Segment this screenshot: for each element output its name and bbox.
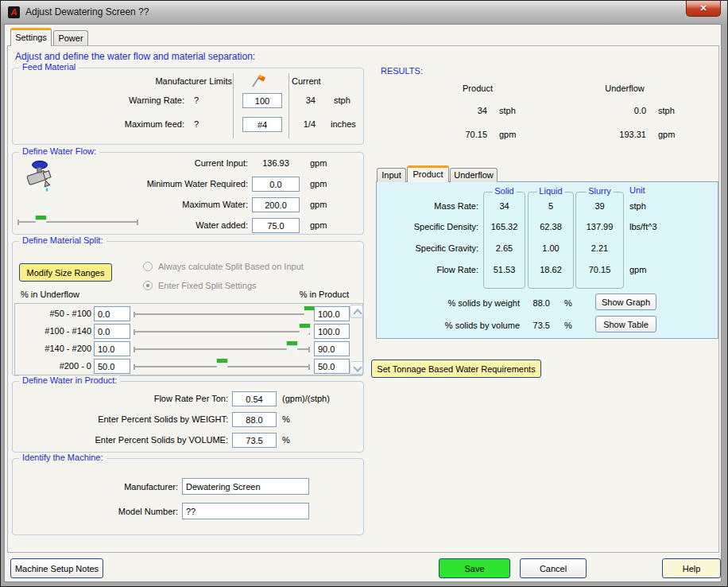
maximum-feed-input[interactable] (242, 117, 282, 132)
product-flow-value: 70.15 (434, 130, 487, 139)
slurry-column-header: Slurry (586, 186, 614, 196)
water-in-product-group: Define Water in Product: Flow Rate Per T… (12, 381, 364, 453)
product-mass-value: 34 (434, 106, 487, 115)
identify-machine-group: Identify the Machine: Manufacturer: Mode… (12, 458, 364, 535)
scroll-up-button[interactable] (350, 305, 363, 318)
min-water-input[interactable] (252, 177, 300, 192)
manufacturer-label: Manufacturer: (99, 482, 178, 492)
solid-column-header: Solid (492, 186, 516, 196)
underflow-pct-input[interactable] (94, 306, 130, 321)
current-feed-value: 1/4 (284, 119, 316, 129)
liquid-density-value: 62.38 (528, 222, 574, 231)
water-added-slider-thumb[interactable] (35, 216, 47, 231)
underflow-pct-input[interactable] (94, 341, 130, 356)
min-water-label: Minimum Water Required: (89, 179, 248, 189)
manufacturer-input[interactable] (182, 478, 309, 495)
solids-weight-input[interactable] (232, 412, 277, 427)
title-bar[interactable]: A Adjust Dewatering Screen ?? ✕ (1, 1, 727, 24)
help-button[interactable]: Help (662, 558, 721, 578)
results-underflow-header: Underflow (585, 84, 664, 93)
product-pct-input[interactable] (314, 341, 350, 356)
water-flow-legend: Define Water Flow: (19, 146, 99, 156)
faucet-icon (22, 159, 56, 192)
warning-flag-icon (250, 73, 267, 87)
window-title: Adjust Dewatering Screen ?? (25, 6, 149, 17)
underflow-mass-value: 0.0 (593, 106, 646, 115)
save-button[interactable]: Save (439, 558, 510, 578)
set-tonnage-water-button[interactable]: Set Tonnage Based Water Requirements (371, 360, 541, 378)
machine-setup-notes-button[interactable]: Machine Setup Notes (10, 558, 103, 578)
current-feed-unit: inches (331, 119, 356, 129)
dialog-window: A Adjust Dewatering Screen ?? ✕ Settings… (0, 0, 728, 587)
size-range-label: #200 - 0 (28, 361, 91, 371)
underflow-mass-unit: stph (658, 106, 675, 115)
identify-machine-legend: Identify the Machine: (19, 453, 106, 462)
underflow-pct-input[interactable] (94, 359, 130, 374)
split-slider-track (134, 313, 310, 315)
warning-rate-input[interactable] (242, 93, 282, 108)
scroll-down-button[interactable] (350, 361, 363, 375)
split-slider-track (134, 331, 310, 332)
stream-detail-panel: Mass Rate: Specific Density: Specific Gr… (376, 181, 718, 339)
tab-power[interactable]: Power (53, 30, 88, 45)
water-in-product-legend: Define Water in Product: (19, 375, 120, 385)
solids-volume-label: Enter Percent Solids by VOLUME: (61, 435, 228, 445)
liquid-mass-value: 5 (528, 201, 574, 211)
current-header: Current (292, 76, 321, 86)
show-table-button[interactable]: Show Table (595, 316, 656, 332)
water-flow-group: Define Water Flow: Current Input: 136.93… (12, 152, 364, 235)
max-water-unit: gpm (310, 200, 327, 209)
product-column-header: % in Product (269, 290, 349, 299)
solids-volume-input[interactable] (232, 433, 277, 448)
product-pct-input[interactable] (314, 324, 350, 339)
max-water-input[interactable] (252, 197, 300, 212)
solid-density-value: 165.32 (483, 222, 525, 231)
unit-column-header: Unit (629, 185, 645, 195)
size-range-label: #100 - #140 (28, 326, 91, 336)
flow-rate-per-ton-input[interactable] (232, 391, 277, 406)
pct-solids-weight-unit: % (564, 298, 572, 308)
liquid-column-header: Liquid (536, 186, 564, 196)
pct-solids-volume-value: 73.5 (524, 321, 550, 330)
radio-fixed-split[interactable] (143, 281, 153, 290)
model-number-input[interactable] (182, 503, 309, 519)
tab-product[interactable]: Product (407, 165, 449, 182)
feed-material-group: Feed Material Manufacturer Limits Curren… (12, 68, 364, 145)
show-graph-button[interactable]: Show Graph (595, 294, 656, 310)
product-pct-input[interactable] (314, 359, 350, 374)
modify-size-ranges-button[interactable]: Modify Size Ranges (19, 263, 112, 282)
tab-settings[interactable]: Settings (10, 28, 52, 46)
specific-density-label: Specific Density: (383, 222, 478, 231)
tab-input[interactable]: Input (377, 168, 406, 182)
underflow-pct-input[interactable] (94, 324, 130, 339)
water-added-input[interactable] (252, 218, 300, 233)
current-rate-unit: stph (334, 95, 350, 105)
pct-solids-volume-unit: % (564, 321, 572, 330)
model-number-label: Model Number: (99, 507, 178, 516)
radio-calculate-split[interactable] (143, 262, 153, 271)
flow-rate-per-ton-unit: (gpm)/(stph) (282, 394, 330, 403)
feed-material-legend: Feed Material (19, 62, 79, 72)
liquid-gravity-value: 1.00 (528, 243, 574, 253)
tab-underflow[interactable]: Underflow (450, 168, 498, 182)
solid-flow-value: 51.53 (483, 265, 525, 274)
results-product-header: Product (438, 84, 517, 93)
flow-unit: gpm (629, 265, 646, 274)
min-water-unit: gpm (310, 179, 327, 189)
mass-unit: stph (629, 201, 646, 211)
radio-fixed-split-label: Enter Fixed Split Settings (158, 281, 257, 290)
close-icon[interactable]: ✕ (686, 1, 721, 17)
radio-calculate-split-label: Always calculate Split Based on Input (158, 262, 304, 271)
chevron-up-icon (353, 309, 362, 317)
current-input-unit: gpm (310, 158, 327, 168)
underflow-flow-unit: gpm (658, 130, 675, 139)
divider (233, 73, 234, 138)
pct-solids-volume-label: % solids by volume (424, 321, 520, 330)
dialog-client-area: Settings Power Adjust and define the wat… (4, 24, 722, 582)
app-icon: A (8, 6, 20, 18)
solids-weight-unit: % (282, 414, 290, 424)
water-added-unit: gpm (310, 220, 327, 230)
pct-solids-weight-label: % solids by weight (424, 298, 520, 308)
cancel-button[interactable]: Cancel (520, 558, 587, 578)
product-pct-input[interactable] (314, 306, 350, 321)
